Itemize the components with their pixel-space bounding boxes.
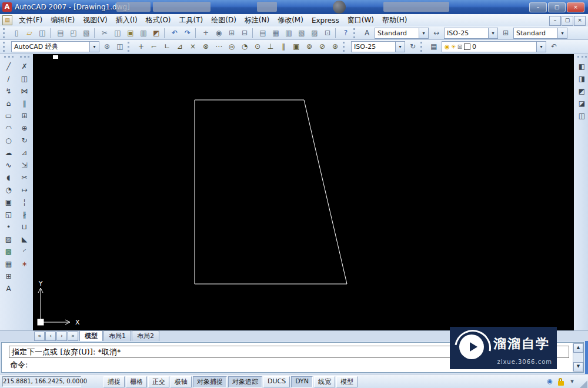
menu-item[interactable]: 修改(M) [273,14,308,26]
drawing-canvas[interactable]: Y X [33,54,574,330]
trim-icon[interactable]: ✂ [18,172,31,184]
toolbar-grip[interactable] [3,28,8,38]
mdi-minimize-button[interactable]: – [549,16,561,26]
revcloud-icon[interactable]: ☁ [2,147,15,159]
toolbar-grip[interactable] [128,42,132,52]
layer-color-swatch[interactable] [464,44,470,50]
pan-icon[interactable]: + [199,27,212,39]
draworder-bring-above-icon[interactable]: ◩ [575,85,588,98]
chevron-down-icon[interactable]: ▾ [536,42,546,52]
snap-from-icon[interactable]: ⌐ [148,41,161,53]
title-bar[interactable]: A AutoCAD 2007 - [Drawing1.dwg] – ▢ × [0,0,588,14]
copy-clip-icon[interactable]: ◫ [111,27,124,39]
gradient-icon[interactable]: ▩ [2,246,15,258]
table-style-icon[interactable]: ⊞ [499,27,512,39]
chevron-down-icon[interactable]: ▾ [419,28,428,38]
draworder-bring-to-front-icon[interactable]: ◧ [575,61,588,73]
table-style-combo[interactable]: Standard ▾ [513,28,567,39]
layer-bulb-icon[interactable]: ◉ [445,44,450,50]
make-block-icon[interactable]: ◱ [2,209,15,221]
minimize-button[interactable]: – [529,2,547,12]
quickcalc-icon[interactable]: ⊡ [321,27,334,39]
menu-item[interactable]: Express [308,15,343,26]
fillet-icon[interactable]: ◜ [18,246,31,258]
plot-icon[interactable]: ▤ [54,27,67,39]
coordinate-readout[interactable]: 215.8881, 166.2425, 0.0000 [2,376,81,387]
snap-extension-icon[interactable]: ⋯ [212,41,225,53]
sheet-set-manager-icon[interactable]: ▧ [295,27,308,39]
toggle-ortho[interactable]: 正交 [148,376,169,387]
array-icon[interactable]: ⊞ [18,110,31,122]
line-icon[interactable]: ╱ [2,61,15,73]
publish-icon[interactable]: ▧ [80,27,93,39]
layer-previous-icon[interactable]: ↶ [547,41,560,53]
block-editor-icon[interactable]: ◩ [150,27,163,39]
snap-tangent-icon[interactable]: ⊙ [251,41,264,53]
drawing-icon[interactable]: ▤ [2,15,12,25]
menu-item[interactable]: 帮助(H) [378,14,411,26]
menu-item[interactable]: 工具(T) [175,14,208,26]
communication-center-icon[interactable]: ◉ [544,376,555,387]
close-button[interactable]: × [567,2,584,12]
rotate-icon[interactable]: ↻ [18,135,31,147]
command-scrollbar[interactable]: ▲ ▼ [573,343,583,372]
toolbar-grip[interactable] [3,42,8,52]
menu-item[interactable]: 标注(N) [240,14,273,26]
snap-parallel-icon[interactable]: ∥ [277,41,290,53]
text-style-combo[interactable]: Standard ▾ [375,28,429,39]
lock-icon[interactable] [558,381,564,386]
scroll-down-icon[interactable]: ▼ [573,362,583,372]
toolbar-grip[interactable] [420,42,425,52]
layer-sun-icon[interactable]: ☀ [451,44,456,50]
ellipse-arc-icon[interactable]: ◔ [2,184,15,196]
spline-icon[interactable]: ∿ [2,159,15,172]
point-icon[interactable]: • [2,221,15,233]
zoom-window-icon[interactable]: ⊞ [225,27,238,39]
snap-node-icon[interactable]: ⊚ [303,41,316,53]
toolbar-grip[interactable] [20,56,29,60]
erase-icon[interactable]: ✗ [18,61,31,73]
tab-nav-first[interactable]: « [34,332,45,341]
designcenter-icon[interactable]: ▦ [269,27,282,39]
draworder-annotation-front-icon[interactable]: ◫ [575,110,588,122]
toggle-snap[interactable]: 捕捉 [103,376,125,387]
dim-style-combo[interactable]: ISO-25 ▾ [444,28,498,39]
toggle-polar[interactable]: 极轴 [171,376,192,387]
plot-preview-icon[interactable]: ◰ [67,27,80,39]
markup-set-manager-icon[interactable]: ▨ [308,27,321,39]
tool-palettes-icon[interactable]: ▥ [282,27,295,39]
chamfer-icon[interactable]: ◣ [18,233,31,246]
toggle-model-space[interactable]: 模型 [336,376,358,387]
scroll-up-icon[interactable]: ▲ [573,343,583,353]
chevron-down-icon[interactable]: ▾ [89,42,99,52]
mdi-restore-button[interactable]: ▢ [562,16,573,26]
menu-item[interactable]: 插入(I) [112,14,142,26]
toggle-otrack[interactable]: 对象追踪 [228,376,262,387]
snap-center-icon[interactable]: ◎ [225,41,238,53]
dim-style-combo-2[interactable]: ISO-25 ▾ [351,41,405,52]
toggle-lineweight[interactable]: 线宽 [314,376,335,387]
toolbar-grip[interactable] [4,56,14,60]
menu-item[interactable]: 绘图(D) [207,14,240,26]
resize-grip[interactable] [580,380,587,388]
chevron-down-icon[interactable]: ▾ [395,42,405,52]
polygon-icon[interactable]: ⌂ [2,98,15,110]
workspace-combo[interactable]: AutoCAD 经典 ▾ [11,41,99,52]
ellipse-icon[interactable]: ◖ [2,172,15,184]
paste-icon[interactable]: ▣ [124,27,137,39]
mdi-close-button[interactable]: × [574,16,586,26]
chevron-down-icon[interactable]: ▾ [557,28,567,38]
snap-perpendicular-icon[interactable]: ⊥ [264,41,277,53]
workspace-settings-icon[interactable]: ⊛ [101,41,113,53]
join-icon[interactable]: ⊔ [18,221,31,233]
save-icon[interactable]: ◫ [36,27,49,39]
insert-block-icon[interactable]: ▣ [2,196,15,209]
match-properties-icon[interactable]: ▥ [137,27,150,39]
toggle-dyn[interactable]: DYN [291,376,313,387]
snap-quadrant-icon[interactable]: ◔ [238,41,251,53]
save-workspace-icon[interactable]: ◫ [113,41,126,53]
menu-item[interactable]: 文件(F) [15,14,46,26]
snap-intersection-icon[interactable]: × [186,41,199,53]
menu-item[interactable]: 格式(O) [142,14,175,26]
menu-item[interactable]: 编辑(E) [46,14,79,26]
